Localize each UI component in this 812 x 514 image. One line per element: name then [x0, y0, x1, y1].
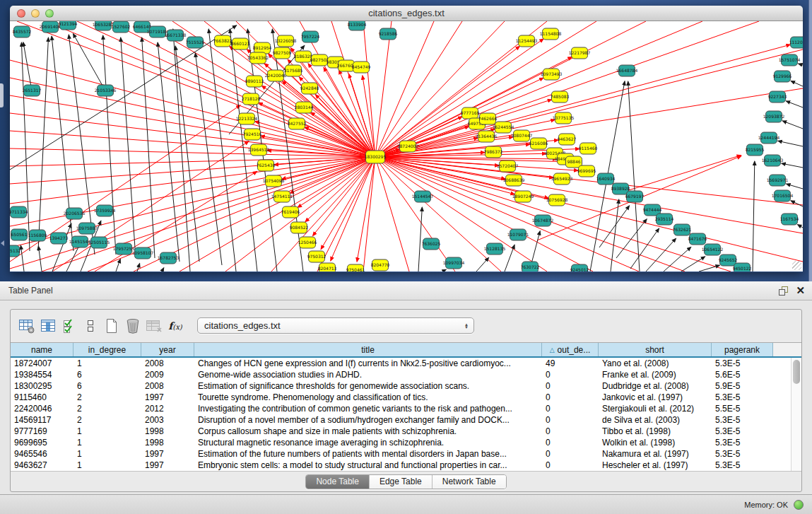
- table-cell[interactable]: 9115460: [11, 392, 73, 403]
- citation-edge-red[interactable]: [10, 60, 375, 157]
- table-cell[interactable]: 5.9E-5: [712, 380, 773, 392]
- citation-edge-black[interactable]: [778, 141, 803, 146]
- table-cell[interactable]: Wolkin et al. (1998): [599, 437, 712, 448]
- column-header-in_degree[interactable]: in_degree: [73, 343, 141, 356]
- column-header-year[interactable]: year: [141, 343, 194, 356]
- citation-edge-black[interactable]: [137, 263, 140, 271]
- table-row[interactable]: 977716911998Corpus callosum shape and si…: [11, 426, 791, 437]
- column-header-out_de[interactable]: △out_de...: [542, 343, 599, 356]
- table-cell[interactable]: Jankovic et al. (1997): [599, 392, 712, 403]
- panel-collapse-arrow-icon[interactable]: [1, 240, 4, 246]
- table-cell[interactable]: Nakamura et al. (1997): [599, 448, 712, 460]
- citation-edge-black[interactable]: [23, 42, 32, 90]
- table-cell[interactable]: 5.6E-5: [712, 369, 773, 380]
- table-row[interactable]: 946554611997Estimation of the future num…: [11, 448, 791, 460]
- table-cell[interactable]: 1997: [141, 392, 194, 403]
- table-cell[interactable]: Estimation of significance thresholds fo…: [194, 380, 542, 392]
- table-cell[interactable]: 0: [542, 403, 599, 414]
- table-cell[interactable]: Hescheler et al. (1997): [599, 460, 712, 471]
- table-cell[interactable]: 2008: [141, 358, 194, 369]
- new-file-icon[interactable]: [101, 315, 122, 337]
- citation-edge-black[interactable]: [116, 259, 120, 271]
- table-cell[interactable]: 2012: [141, 403, 194, 414]
- table-cell[interactable]: 9699695: [11, 437, 73, 448]
- citation-edge-black[interactable]: [173, 29, 190, 271]
- table-row[interactable]: 2242004622012Investigating the contribut…: [11, 403, 791, 414]
- table-cell[interactable]: 0: [542, 369, 599, 380]
- table-cell[interactable]: Franke et al. (2009): [599, 369, 712, 380]
- column-header-name[interactable]: name: [11, 343, 73, 356]
- table-cell[interactable]: 6: [73, 380, 141, 392]
- table-cell[interactable]: 9777169: [11, 426, 73, 437]
- citation-edge-black[interactable]: [797, 225, 803, 228]
- citation-edge-black[interactable]: [418, 207, 422, 271]
- table-cell[interactable]: 1: [73, 460, 141, 471]
- citation-edge-red[interactable]: [10, 78, 375, 157]
- table-cell[interactable]: 9465546: [11, 448, 73, 460]
- table-cell[interactable]: 5.3E-5: [712, 392, 773, 403]
- table-cell[interactable]: 0: [542, 392, 599, 403]
- table-cell[interactable]: Corpus callosum shape and size in male p…: [194, 426, 542, 437]
- table-cell[interactable]: 0: [542, 437, 599, 448]
- table-cell[interactable]: 2: [73, 403, 141, 414]
- table-row[interactable]: 1830029562008Estimation of significance …: [11, 380, 791, 392]
- table-row[interactable]: 969969511998Structural magnetic resonanc…: [11, 437, 791, 448]
- table-cell[interactable]: 2: [73, 414, 141, 426]
- citation-edge-red[interactable]: [375, 153, 546, 157]
- panel-collapse-handle[interactable]: [0, 83, 4, 107]
- citation-edge-red[interactable]: [375, 49, 803, 157]
- table-cell[interactable]: Disruption of a novel member of a sodium…: [194, 414, 542, 426]
- citation-edge-black[interactable]: [787, 184, 803, 189]
- table-cell[interactable]: 19384554: [11, 369, 73, 380]
- select-columns-icon[interactable]: [37, 315, 59, 337]
- table-cell[interactable]: 1: [73, 358, 141, 369]
- vertical-scrollbar[interactable]: [791, 358, 801, 471]
- table-cell[interactable]: 9463627: [11, 460, 73, 471]
- column-header-pagerank[interactable]: pagerank: [712, 343, 773, 356]
- citation-edge-red[interactable]: [622, 156, 741, 192]
- citation-edge-black[interactable]: [20, 245, 24, 271]
- table-row[interactable]: 1938455462009Genome-wide association stu…: [11, 369, 791, 380]
- citation-edge-black[interactable]: [21, 42, 30, 251]
- table-cell[interactable]: 2008: [141, 380, 194, 392]
- table-cell[interactable]: 18300295: [11, 380, 73, 392]
- table-cell[interactable]: 1997: [141, 460, 194, 471]
- citation-edge-black[interactable]: [162, 268, 164, 271]
- scrollbar-thumb[interactable]: [793, 360, 800, 384]
- table-cell[interactable]: Stergiakouli et al. (2012): [599, 403, 712, 414]
- citation-edge-black[interactable]: [786, 101, 803, 107]
- table-cell[interactable]: 49: [542, 358, 599, 369]
- citation-edge-black[interactable]: [681, 257, 705, 271]
- table-selector-dropdown[interactable]: citations_edges.txt ▲▼: [197, 317, 474, 334]
- table-cell[interactable]: Tourette syndrome. Phenomenology and cla…: [194, 392, 542, 403]
- citation-edge-red[interactable]: [305, 157, 375, 222]
- table-cell[interactable]: Structural magnetic resonance image aver…: [194, 437, 542, 448]
- window-resize-grip[interactable]: [792, 261, 801, 270]
- column-header-title[interactable]: title: [194, 343, 542, 356]
- window-titlebar[interactable]: citations_edges.txt: [10, 6, 803, 21]
- select-rows-check-icon[interactable]: [59, 315, 80, 337]
- float-panel-icon[interactable]: [778, 286, 789, 296]
- table-cell[interactable]: 1: [73, 426, 141, 437]
- citation-edge-black[interactable]: [476, 257, 489, 271]
- table-cell[interactable]: 1: [73, 437, 141, 448]
- citation-edge-black[interactable]: [628, 81, 640, 271]
- network-graph[interactable]: 8435572206914069121394106532871527602646…: [10, 21, 803, 271]
- citation-edge-black[interactable]: [699, 265, 719, 271]
- table-cell[interactable]: 5.3E-5: [712, 437, 773, 448]
- citation-edge-black[interactable]: [791, 81, 803, 86]
- citation-edge-red[interactable]: [331, 157, 375, 261]
- table-cell[interactable]: 2009: [141, 369, 194, 380]
- citation-edge-red[interactable]: [375, 21, 702, 157]
- citation-edge-black[interactable]: [753, 161, 755, 271]
- citation-edge-black[interactable]: [505, 245, 514, 271]
- tab-edge-table[interactable]: Edge Table: [370, 475, 433, 489]
- citation-edge-black[interactable]: [69, 35, 95, 255]
- table-cell[interactable]: 14569117: [11, 414, 73, 426]
- table-cell[interactable]: 22420046: [11, 403, 73, 414]
- table-cell[interactable]: Dudbridge et al. (2008): [599, 380, 712, 392]
- table-cell[interactable]: Investigating the contribution of common…: [194, 403, 542, 414]
- citation-edge-red[interactable]: [312, 157, 375, 236]
- table-cell[interactable]: 5.3E-5: [712, 358, 773, 369]
- row-height-icon[interactable]: [80, 315, 101, 337]
